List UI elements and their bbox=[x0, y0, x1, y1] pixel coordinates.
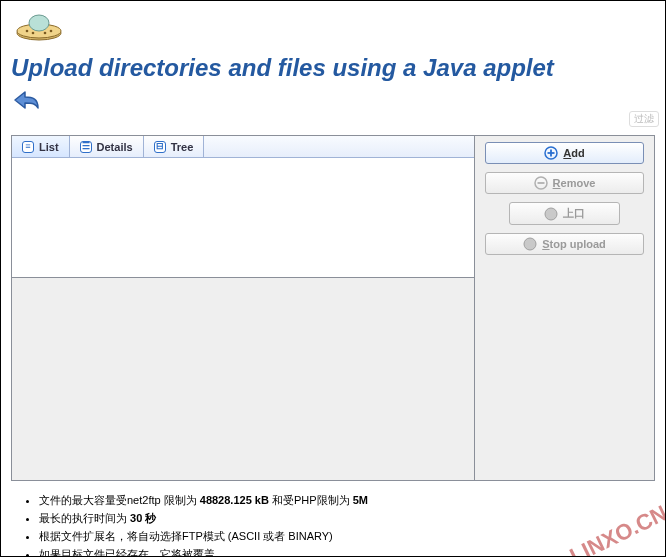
filter-chip[interactable]: 过滤 bbox=[629, 111, 659, 127]
button-label: Add bbox=[563, 147, 584, 159]
note-item: 文件的最大容量受net2ftp 限制为 48828.125 kB 和受PHP限制… bbox=[39, 493, 649, 509]
note-item: 根据文件扩展名，将自动选择FTP模式 (ASCII 或者 BINARY) bbox=[39, 529, 649, 545]
tab-label: List bbox=[39, 141, 59, 153]
svg-point-2 bbox=[29, 15, 49, 31]
main-pane: ≡ List ☰ Details ⊟ Tree bbox=[11, 135, 475, 481]
button-label: 上口 bbox=[563, 206, 585, 221]
tab-list[interactable]: ≡ List bbox=[12, 136, 70, 157]
content-area bbox=[12, 278, 474, 480]
add-button[interactable]: Add bbox=[485, 142, 644, 164]
tree-icon: ⊟ bbox=[154, 141, 166, 153]
file-list-area[interactable] bbox=[12, 158, 474, 278]
stop-upload-button[interactable]: Stop upload bbox=[485, 233, 644, 255]
notes-list: 文件的最大容量受net2ftp 限制为 48828.125 kB 和受PHP限制… bbox=[23, 493, 649, 557]
applet-container: ≡ List ☰ Details ⊟ Tree bbox=[11, 135, 655, 481]
svg-point-6 bbox=[50, 30, 53, 33]
plus-icon bbox=[544, 146, 558, 160]
button-label: Stop upload bbox=[542, 238, 606, 250]
tab-tree[interactable]: ⊟ Tree bbox=[144, 136, 205, 157]
upload-button[interactable]: 上口 bbox=[509, 202, 620, 225]
note-item: 如果目标文件已经存在，它将被覆盖 bbox=[39, 547, 649, 557]
upload-icon bbox=[544, 207, 558, 221]
tab-bar: ≡ List ☰ Details ⊟ Tree bbox=[12, 136, 474, 158]
svg-point-12 bbox=[545, 208, 557, 220]
svg-point-4 bbox=[32, 32, 35, 35]
remove-button[interactable]: Remove bbox=[485, 172, 644, 194]
tab-details[interactable]: ☰ Details bbox=[70, 136, 144, 157]
list-icon: ≡ bbox=[22, 141, 34, 153]
svg-point-13 bbox=[524, 238, 536, 250]
details-icon: ☰ bbox=[80, 141, 92, 153]
side-pane: Add Remove 上口 bbox=[475, 135, 655, 481]
svg-point-5 bbox=[44, 32, 47, 35]
app-logo bbox=[11, 9, 655, 48]
tab-label: Details bbox=[97, 141, 133, 153]
page-title: Upload directories and files using a Jav… bbox=[11, 54, 655, 82]
stop-icon bbox=[523, 237, 537, 251]
note-item: 最长的执行时间为 30 秒 bbox=[39, 511, 649, 527]
svg-point-3 bbox=[26, 30, 29, 33]
tab-label: Tree bbox=[171, 141, 194, 153]
minus-icon bbox=[534, 176, 548, 190]
back-button[interactable] bbox=[11, 88, 41, 117]
button-label: Remove bbox=[553, 177, 596, 189]
